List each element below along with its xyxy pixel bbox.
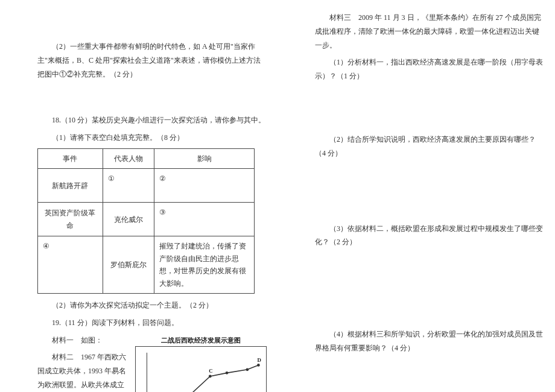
material-3: 材料三 2009 年 11 月 3 日，《里斯本条约》在所有 27 个成员国完成… [315, 11, 544, 52]
tbl-r3c1: ④ [38, 236, 103, 294]
q19-4: （4）根据材料三和所学知识，分析欧盟一体化的加强对成员国及世界格局有何重要影响？… [315, 327, 544, 355]
q19-intro: 19.（11 分）阅读下列材料，回答问题。 [37, 316, 267, 330]
q18-1: （1）请将下表空白处填充完整。（8 分） [37, 131, 267, 145]
tbl-r3c3: 摧毁了封建统治，传播了资产阶级自由民主的进步思想，对世界历史的发展有很大影响。 [154, 236, 255, 294]
q17-2: （2）一些重大事件都带有鲜明的时代特色，如 A 处可用"当家作主"来概括，B、C… [37, 40, 267, 81]
chart-figure: 二战后西欧经济发展示意图 ABCD 1939194519521962197319… [135, 336, 267, 392]
q18-intro: 18.（10 分）某校历史兴趣小组进行一次探究活动，请你参与其中。 [37, 113, 267, 127]
inquiry-table: 事件 代表人物 影响 新航路开辟 ① ② 英国资产阶级革命 克伦威尔 ③ ④ 罗… [37, 148, 255, 294]
tbl-h1: 事件 [38, 148, 103, 168]
tbl-r2c2: 克伦威尔 [103, 203, 154, 236]
tbl-r1c2: ① [103, 169, 154, 203]
tbl-r2c1: 英国资产阶级革命 [38, 203, 103, 236]
svg-point-9 [257, 364, 260, 367]
tbl-r2c3: ③ [154, 203, 255, 236]
svg-text:D: D [257, 356, 261, 362]
left-column: （2）一些重大事件都带有鲜明的时代特色，如 A 处可用"当家作主"来概括，B、C… [0, 0, 278, 392]
q19-2: （2）结合所学知识说明，西欧经济高速发展的主要原因有哪些？（4 分） [315, 133, 544, 160]
svg-text:C: C [209, 368, 212, 374]
q19-3: （3）依据材料二，概括欧盟在形成和发展过程中规模发生了哪些变化？（2 分） [315, 222, 544, 250]
svg-point-6 [209, 375, 212, 378]
tbl-h2: 代表人物 [103, 148, 154, 168]
tbl-h3: 影响 [154, 148, 255, 168]
tbl-r1c3: ② [154, 169, 255, 203]
tbl-r1c1: 新航路开辟 [38, 169, 103, 203]
q19-1: （1）分析材料一，指出西欧经济高速发展是在哪一阶段（用字母表示）？（1 分） [315, 55, 544, 83]
tbl-r3c2: 罗伯斯庇尔 [103, 236, 154, 294]
line-chart: ABCD 19391945195219621973198219931999 [135, 346, 267, 392]
right-column: 材料三 2009 年 11 月 3 日，《里斯本条约》在所有 27 个成员国完成… [278, 0, 555, 392]
svg-point-8 [246, 368, 249, 371]
svg-point-7 [226, 371, 229, 375]
q18-2: （2）请你为本次探究活动拟定一个主题。（2 分） [37, 299, 267, 312]
chart-title: 二战后西欧经济发展示意图 [135, 336, 267, 345]
